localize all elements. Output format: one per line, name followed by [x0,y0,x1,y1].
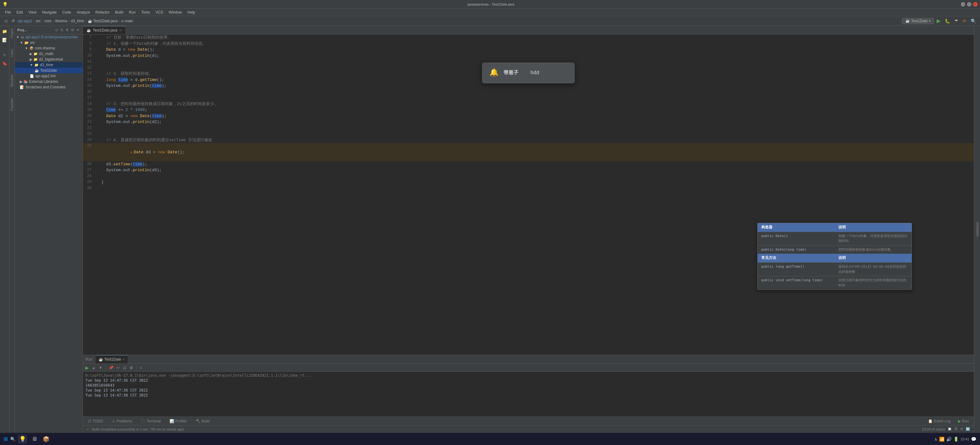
breadcrumb-src[interactable]: src [36,19,41,23]
run-toolbar: ▶ ▲ ▼ 📌 ↩ 🖨 🗑 ≡ [83,364,974,372]
minimize-button[interactable]: ─ [961,2,965,6]
panel-collapse-button[interactable]: ⬇ [65,27,69,33]
menu-navigate[interactable]: Navigate [40,10,59,15]
bottom-tab-build[interactable]: 🔨 Build [193,418,213,424]
ime-indicator[interactable]: 🔤 [966,427,970,431]
ac-method-row-2[interactable]: public void setTime(long time) 设置日期对象的时间… [757,276,912,290]
run-scroll-end-button[interactable]: 📌 [108,365,115,371]
ac-constructor-row-2[interactable]: public Date(long time) 把时间毫秒值转换成Date日期对象… [757,245,912,254]
taskbar-intellij-icon[interactable]: 💡 [18,434,27,444]
build-label: Build [202,419,210,423]
tray-chevron-icon[interactable]: ∧ [934,437,937,442]
cursor-position[interactable]: 23:24 (4 chars) [922,428,945,431]
tray-battery-icon[interactable]: 🔋 [953,437,959,442]
run-tab-test1date[interactable]: ☕ Test1Date ✕ [95,355,128,363]
learn-label[interactable]: Learn [10,47,14,60]
run-clear-button[interactable]: 🗑 [128,365,135,371]
run-rerun-button[interactable]: ▼ [97,365,103,371]
run-config-button[interactable]: ☕ Test1Date ▾ [902,18,934,24]
code-line-20: 20 Date d2 = new Date(time); [83,113,974,119]
ac-constructor-row-1[interactable]: public Date() 创建一个Date对象，代表的是系统当前此刻日期时间。 [757,232,912,245]
ac-method-row-1[interactable]: public long getTime() 返回从1970年1月1日 00:00… [757,262,912,276]
code-editor[interactable]: 7 // 目标：掌握Date日期类的使用。 8 // 1. 创建一个Date的对… [83,35,974,355]
tree-item-d3-time[interactable]: ▼ 📁 d3_time [15,62,83,68]
run-print-button[interactable]: 🖨 [122,365,128,371]
tree-item-api-app2[interactable]: ▼ 🗂 api-app2 D:\code\javasepromax [15,34,83,40]
breadcrumb-itheima[interactable]: itheima [55,19,67,23]
commit-icon[interactable]: 📝 [1,36,9,44]
tree-item-src[interactable]: ▼ 📂 src [15,40,83,46]
bookmarks-icon[interactable]: 🔖 [1,59,9,67]
menu-tools[interactable]: Tools [139,10,153,15]
crlf-indicator[interactable]: ⚙ [960,427,963,431]
tree-item-scratches[interactable]: 📝 Scratches and Consoles [15,84,83,90]
start-button[interactable]: ⊞ [4,436,8,442]
taskbar-icon-3[interactable]: 📦 [41,434,51,444]
run-tab-close[interactable]: ✕ [122,358,125,361]
menu-view[interactable]: View [26,10,39,15]
tray-network-icon[interactable]: 📶 [939,437,944,442]
run-wrap-button[interactable]: ↩ [115,365,121,371]
run-output-cmd: D:\soft\Java\jdk-17.0.1\bin\java.exe -ja… [85,373,971,378]
panel-expand-button[interactable]: ⇅ [60,27,64,33]
panel-locate-button[interactable]: ⊙ [54,27,59,33]
taskbar-icon-2[interactable]: 🖥 [30,434,39,444]
bottom-tab-run[interactable]: ▶ Run [956,418,971,424]
menu-vcs[interactable]: VCS [153,10,166,15]
bottom-tab-terminal[interactable]: ⬛ Terminal [138,418,163,424]
encoding-label[interactable]: 英 [955,427,958,431]
structure-icon[interactable]: ≡ [1,51,9,59]
toolbar-refresh-button[interactable]: ↺ [10,17,16,24]
menu-refactor[interactable]: Refactor [93,10,112,15]
run-stop-button[interactable]: ▲ [91,365,97,371]
search-everywhere-button[interactable]: 🔍 [969,17,977,24]
run-settings-button[interactable]: ≡ [138,365,143,371]
tree-item-com-itheima[interactable]: ▼ 📦 com.itheima [15,46,83,51]
menu-run[interactable]: Run [127,10,138,15]
code-line-27: 27 System.out.println(d3); [83,167,974,173]
run-button[interactable]: ▶ [935,17,942,25]
project-label[interactable]: Project [10,26,14,41]
ac-constructor-header: 构造器 [757,223,835,232]
tree-item-d2-bigdecimal[interactable]: ▶ 📁 d2_bigdecimal [15,57,83,62]
search-taskbar-icon[interactable]: 🔍 [10,437,16,442]
bottom-tab-problems[interactable]: ⚠ Problems [109,418,135,424]
menu-edit[interactable]: Edit [14,10,25,15]
stop-button[interactable]: ⟳ [961,17,968,24]
panel-settings-button[interactable]: ⚙ [70,27,75,33]
favorites-label[interactable]: Favorites [10,95,14,113]
bottom-tab-profiler[interactable]: 📊 Profiler [167,418,189,424]
bottom-tab-todo[interactable]: ☑ TODO [85,418,105,424]
tree-item-test1date[interactable]: ☕ Test1Date [15,68,83,73]
debug-button[interactable]: 🐛 [943,17,951,24]
close-button[interactable]: ✕ [973,2,977,6]
project-view-icon[interactable]: 📁 [1,27,9,35]
tree-item-iml[interactable]: 📄 api-app2.iml [15,73,83,79]
menu-code[interactable]: Code [60,10,74,15]
tree-item-d1-math[interactable]: ▶ 📁 d1_math [15,51,83,57]
bottom-tab-event-log[interactable]: 📋 Event Log [926,418,953,424]
tray-sound-icon[interactable]: 🔊 [946,437,951,442]
menu-help[interactable]: Help [185,10,198,15]
menu-build[interactable]: Build [113,10,126,15]
problems-label: Problems [116,419,132,423]
menu-window[interactable]: Window [166,10,185,15]
run-play-button[interactable]: ▶ [84,365,90,371]
editor-tab-test1date[interactable]: ☕ Test1Date.java ✕ [83,26,126,34]
breadcrumb-d3time[interactable]: d3_time [71,19,84,23]
toolbar-back-button[interactable]: ◁ [3,17,9,24]
breadcrumb-com[interactable]: com [45,19,52,23]
menu-file[interactable]: File [3,10,13,15]
menu-analyze[interactable]: Analyze [74,10,92,15]
encoding-indicator[interactable]: 🔲 [948,427,952,431]
tab-close-button[interactable]: ✕ [119,29,122,32]
breadcrumb-project[interactable]: api-app2 [18,19,32,23]
panel-close-button[interactable]: ✕ [76,27,80,33]
notification-center-icon[interactable]: 💬 [971,437,976,442]
expand-icon: ▼ [20,41,23,44]
maximize-button[interactable]: □ [967,2,971,6]
coverage-button[interactable]: ☂ [953,17,960,24]
tree-item-external-libs[interactable]: ▶ 📚 External Libraries [15,79,83,84]
database-label[interactable]: Database [975,219,980,239]
structure-label[interactable]: Structure [10,72,14,90]
